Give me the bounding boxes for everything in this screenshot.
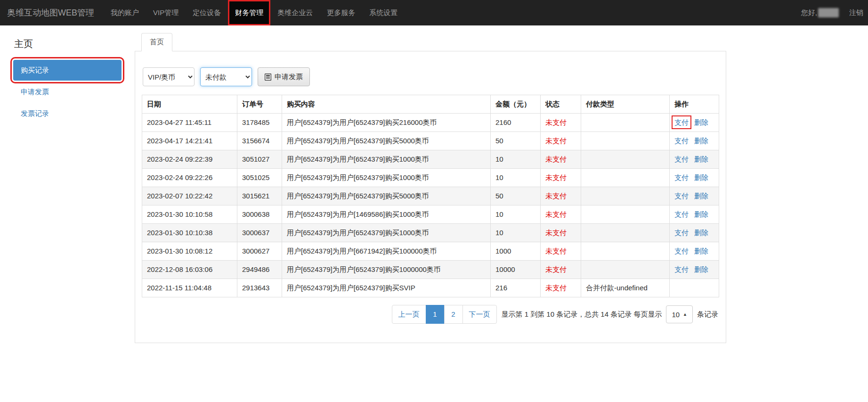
type-select[interactable]: VIP/奥币 <box>143 67 195 86</box>
pay-link[interactable]: 支付 <box>674 210 689 218</box>
sidebar-item[interactable]: 申请发票 <box>13 82 122 102</box>
pay-link[interactable]: 支付 <box>674 229 689 237</box>
navbar-item[interactable]: 奥维企业云 <box>270 0 320 25</box>
status-cell: 未支付 <box>541 205 581 224</box>
delete-link[interactable]: 删除 <box>694 155 708 163</box>
status-cell: 未支付 <box>541 114 581 132</box>
navbar-item[interactable]: 系统设置 <box>362 0 405 25</box>
delete-link[interactable]: 删除 <box>694 229 708 237</box>
delete-link[interactable]: 删除 <box>694 247 708 255</box>
date-cell: 2023-04-27 11:45:11 <box>142 114 237 132</box>
content-cell: 用户[6524379]为用户[6524379]购买SVIP <box>282 279 491 297</box>
actions-cell: 支付删除 <box>670 242 719 261</box>
actions-cell: 支付删除 <box>670 187 719 205</box>
amount-cell: 10 <box>491 205 541 224</box>
amount-cell: 10 <box>491 169 541 187</box>
content-cell: 用户[6524379]为用户[6524379]购买5000奥币 <box>282 187 491 205</box>
page-number-button[interactable]: 2 <box>444 305 463 324</box>
order-number-cell: 2913643 <box>237 279 282 297</box>
pay-type-cell <box>581 205 670 224</box>
table-row: 2023-04-27 11:45:113178485用户[6524379]为用户… <box>142 114 719 132</box>
status-cell: 未支付 <box>541 242 581 261</box>
pay-type-cell <box>581 261 670 279</box>
main-content: 首页 VIP/奥币 未付款 申请发票 日期订单号购买内容 <box>135 25 726 343</box>
actions-cell: 支付删除 <box>670 114 719 132</box>
table-row: 2022-11-15 11:04:482913643用户[6524379]为用户… <box>142 279 719 297</box>
navbar-item[interactable]: 我的账户 <box>104 0 146 25</box>
actions-cell: 支付删除 <box>670 224 719 242</box>
pay-link[interactable]: 支付 <box>674 137 689 145</box>
pay-link[interactable]: 支付 <box>674 118 689 126</box>
per-page-value: 10 <box>672 311 680 319</box>
payment-status-select[interactable]: 未付款 <box>200 67 252 86</box>
table-row: 2023-01-30 10:10:383000637用户[6524379]为用户… <box>142 224 719 242</box>
delete-link[interactable]: 删除 <box>694 192 708 200</box>
pay-type-cell <box>581 132 670 150</box>
navbar-item[interactable]: 财务管理 <box>228 0 270 25</box>
amount-cell: 50 <box>491 187 541 205</box>
sidebar-item[interactable]: 发票记录 <box>13 103 122 124</box>
next-page-button[interactable]: 下一页 <box>462 305 497 324</box>
column-header: 订单号 <box>237 95 282 114</box>
column-header: 购买内容 <box>282 95 491 114</box>
order-number-cell: 3156674 <box>237 132 282 150</box>
blurred-username <box>818 8 839 17</box>
delete-link[interactable]: 删除 <box>694 137 708 145</box>
delete-link[interactable]: 删除 <box>694 173 708 181</box>
order-number-cell: 3000627 <box>237 242 282 261</box>
per-page-dropdown[interactable]: 10 ▲ <box>666 305 693 323</box>
pay-type-cell <box>581 242 670 261</box>
order-number-cell: 3178485 <box>237 114 282 132</box>
filter-bar: VIP/奥币 未付款 申请发票 <box>143 67 719 86</box>
navbar-item[interactable]: 更多服务 <box>320 0 362 25</box>
order-number-cell: 3051025 <box>237 169 282 187</box>
content-cell: 用户[6524379]为用户[6524379]购买1000000奥币 <box>282 261 491 279</box>
column-header: 付款类型 <box>581 95 670 114</box>
order-number-cell: 3000637 <box>237 224 282 242</box>
table-row: 2023-01-30 10:08:123000627用户[6524379]为用户… <box>142 242 719 261</box>
caret-up-icon: ▲ <box>683 312 687 317</box>
navbar-item[interactable]: 定位设备 <box>186 0 228 25</box>
request-invoice-button[interactable]: 申请发票 <box>258 67 310 86</box>
pay-link[interactable]: 支付 <box>674 192 689 200</box>
date-cell: 2023-01-30 10:10:38 <box>142 224 237 242</box>
amount-cell: 1000 <box>491 242 541 261</box>
content-cell: 用户[6524379]为用户[6524379]购买1000奥币 <box>282 224 491 242</box>
tab-bar: 首页 <box>135 33 726 51</box>
records-unit-text: 条记录 <box>697 310 718 319</box>
table-row: 2023-02-24 09:22:263051025用户[6524379]为用户… <box>142 169 719 187</box>
content-cell: 用户[6524379]为用户[1469586]购买1000奥币 <box>282 205 491 224</box>
delete-link[interactable]: 删除 <box>694 118 708 126</box>
navbar-item[interactable]: VIP管理 <box>146 0 186 25</box>
content-cell: 用户[6524379]为用户[6524379]购买216000奥币 <box>282 114 491 132</box>
status-cell: 未支付 <box>541 150 581 169</box>
status-cell: 未支付 <box>541 279 581 297</box>
pay-type-cell <box>581 114 670 132</box>
amount-cell: 10 <box>491 224 541 242</box>
delete-link[interactable]: 删除 <box>694 265 708 273</box>
sidebar-item[interactable]: 购买记录 <box>13 60 122 81</box>
pay-link[interactable]: 支付 <box>674 155 689 163</box>
pay-link[interactable]: 支付 <box>674 247 689 255</box>
date-cell: 2023-01-30 10:08:12 <box>142 242 237 261</box>
prev-page-button[interactable]: 上一页 <box>392 305 426 324</box>
logout-link[interactable]: 注销 <box>849 8 863 17</box>
content-cell: 用户[6524379]为用户[6524379]购买5000奥币 <box>282 132 491 150</box>
amount-cell: 2160 <box>491 114 541 132</box>
pay-type-cell <box>581 150 670 169</box>
status-cell: 未支付 <box>541 187 581 205</box>
actions-cell <box>670 279 719 297</box>
actions-cell: 支付删除 <box>670 169 719 187</box>
pay-link[interactable]: 支付 <box>674 173 689 181</box>
sidebar: 主页 购买记录申请发票发票记录 <box>0 25 135 125</box>
order-number-cell: 2949486 <box>237 261 282 279</box>
order-number-cell: 3015621 <box>237 187 282 205</box>
delete-link[interactable]: 删除 <box>694 210 708 218</box>
column-header: 状态 <box>541 95 581 114</box>
tab-home[interactable]: 首页 <box>141 33 172 51</box>
sidebar-menu: 购买记录申请发票发票记录 <box>13 60 122 124</box>
pay-link[interactable]: 支付 <box>674 265 689 273</box>
pay-type-cell: 合并付款-undefined <box>581 279 670 297</box>
content-cell: 用户[6524379]为用户[6524379]购买1000奥币 <box>282 169 491 187</box>
page-number-button[interactable]: 1 <box>426 305 445 324</box>
